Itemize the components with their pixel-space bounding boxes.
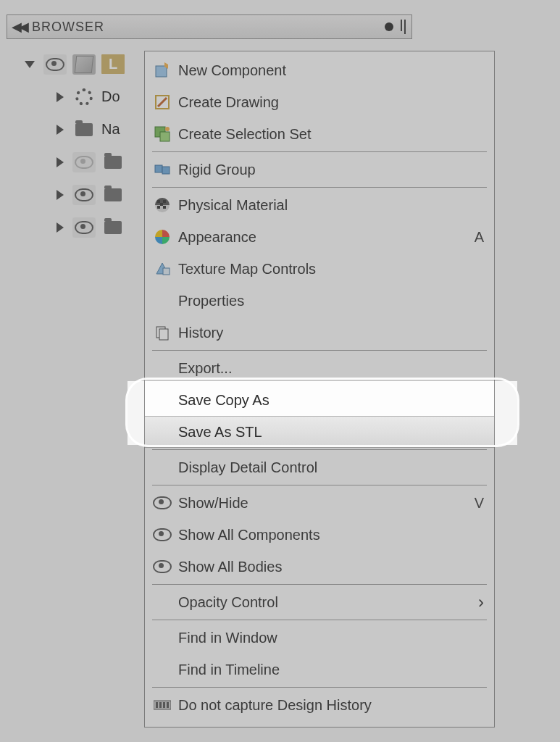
menu-label: Find in Window — [178, 630, 277, 646]
settings-icon[interactable] — [72, 87, 96, 107]
browser-panel-header: ◀◀ BROWSER — [7, 14, 412, 39]
menu-item-new-component[interactable]: New Component — [145, 54, 494, 86]
expand-toggle-icon[interactable] — [57, 125, 64, 135]
menu-separator — [152, 187, 487, 188]
menu-label: Show All Components — [178, 527, 320, 543]
menu-label: Create Selection Set — [178, 126, 311, 143]
menu-separator — [152, 620, 487, 620]
menu-item-history[interactable]: History — [145, 317, 494, 349]
menu-label: Texture Map Controls — [178, 261, 316, 278]
svg-rect-12 — [163, 200, 166, 203]
browser-title: BROWSER — [32, 20, 104, 35]
menu-item-opacity-control[interactable]: Opacity Control › — [145, 586, 494, 618]
svg-rect-25 — [167, 702, 169, 708]
history-icon — [152, 325, 172, 341]
collapse-dot-icon[interactable] — [385, 22, 393, 31]
menu-item-texture-map[interactable]: Texture Map Controls — [145, 253, 494, 285]
menu-label: Properties — [178, 293, 244, 309]
menu-item-create-selection-set[interactable]: Create Selection Set — [145, 118, 494, 150]
tree-item-label: Do — [101, 88, 120, 105]
menu-label: Rigid Group — [178, 162, 256, 178]
tree-root-label: L — [101, 54, 125, 74]
menu-item-show-hide[interactable]: Show/Hide V — [145, 487, 494, 519]
menu-item-find-in-timeline[interactable]: Find in Timeline — [145, 654, 494, 685]
selection-set-icon — [152, 126, 172, 142]
folder-icon — [101, 185, 125, 205]
rigid-group-icon — [152, 162, 172, 178]
eye-icon — [152, 528, 172, 541]
folder-icon — [101, 217, 125, 238]
visibility-toggle[interactable] — [72, 152, 96, 172]
visibility-toggle[interactable] — [72, 185, 96, 205]
menu-item-export[interactable]: Export... — [145, 352, 494, 384]
physical-material-icon — [152, 197, 172, 213]
menu-item-properties[interactable]: Properties — [145, 285, 494, 317]
menu-item-physical-material[interactable]: Physical Material — [145, 189, 494, 221]
expand-toggle-icon[interactable] — [57, 92, 64, 102]
menu-label: Save As STL — [178, 424, 262, 441]
menu-separator — [152, 584, 487, 585]
menu-shortcut: V — [475, 495, 484, 512]
texture-map-icon — [152, 261, 172, 277]
svg-rect-20 — [159, 329, 168, 340]
expand-toggle-icon[interactable] — [57, 190, 64, 200]
menu-item-show-all-components[interactable]: Show All Components — [145, 519, 494, 551]
menu-separator — [152, 449, 487, 450]
svg-rect-15 — [163, 206, 166, 209]
appearance-icon — [152, 229, 172, 245]
context-menu: New Component Create Drawing Create Sele… — [144, 51, 495, 728]
svg-rect-0 — [156, 66, 167, 77]
menu-label: Save Copy As — [178, 392, 269, 409]
menu-label: Show/Hide — [178, 495, 248, 512]
menu-label: Show All Bodies — [178, 559, 282, 575]
svg-point-6 — [165, 127, 170, 131]
menu-label: Create Drawing — [178, 94, 279, 111]
menu-shortcut: A — [475, 229, 484, 246]
svg-rect-5 — [160, 132, 170, 141]
expand-toggle-icon[interactable] — [57, 222, 64, 233]
menu-label: Find in Timeline — [178, 662, 280, 678]
menu-item-show-all-bodies[interactable]: Show All Bodies — [145, 551, 494, 583]
menu-item-save-as-stl[interactable]: Save As STL — [145, 416, 494, 448]
folder-icon — [72, 120, 96, 140]
menu-label: Physical Material — [178, 197, 288, 214]
menu-item-save-copy-as[interactable]: Save Copy As — [145, 384, 494, 416]
visibility-toggle[interactable] — [72, 217, 96, 238]
menu-item-find-in-window[interactable]: Find in Window — [145, 622, 494, 654]
handle-icon[interactable] — [401, 20, 406, 34]
design-history-icon — [152, 699, 172, 712]
svg-rect-7 — [155, 165, 162, 172]
menu-label: Opacity Control — [178, 594, 278, 611]
svg-rect-23 — [159, 702, 162, 708]
submenu-arrow-icon: › — [478, 592, 484, 612]
menu-item-appearance[interactable]: Appearance A — [145, 221, 494, 253]
menu-item-create-drawing[interactable]: Create Drawing — [145, 86, 494, 118]
menu-label: Export... — [178, 360, 232, 377]
svg-rect-18 — [163, 268, 170, 275]
visibility-toggle[interactable] — [43, 54, 67, 75]
svg-rect-8 — [162, 167, 170, 174]
menu-label: New Component — [178, 62, 286, 79]
menu-item-display-detail[interactable]: Display Detail Control — [145, 451, 494, 483]
menu-separator — [152, 687, 487, 688]
svg-rect-24 — [163, 702, 165, 708]
create-drawing-icon — [152, 94, 172, 110]
menu-separator — [152, 151, 487, 152]
rewind-icon[interactable]: ◀◀ — [12, 19, 26, 35]
eye-icon — [152, 496, 172, 509]
eye-icon — [152, 560, 172, 573]
menu-label: Do not capture Design History — [178, 697, 372, 714]
menu-item-rigid-group[interactable]: Rigid Group — [145, 154, 494, 186]
expand-toggle-icon[interactable] — [57, 157, 64, 167]
menu-separator — [152, 485, 487, 485]
expand-toggle-icon[interactable] — [25, 61, 35, 68]
menu-label: Display Detail Control — [178, 459, 317, 476]
svg-rect-11 — [157, 200, 160, 203]
menu-label: Appearance — [178, 229, 256, 246]
folder-icon — [101, 152, 125, 172]
svg-rect-14 — [157, 206, 160, 209]
menu-item-do-not-capture-history[interactable]: Do not capture Design History — [145, 689, 494, 721]
component-icon — [72, 54, 96, 75]
tree-item-label: Na — [101, 121, 120, 138]
menu-separator — [152, 350, 487, 351]
